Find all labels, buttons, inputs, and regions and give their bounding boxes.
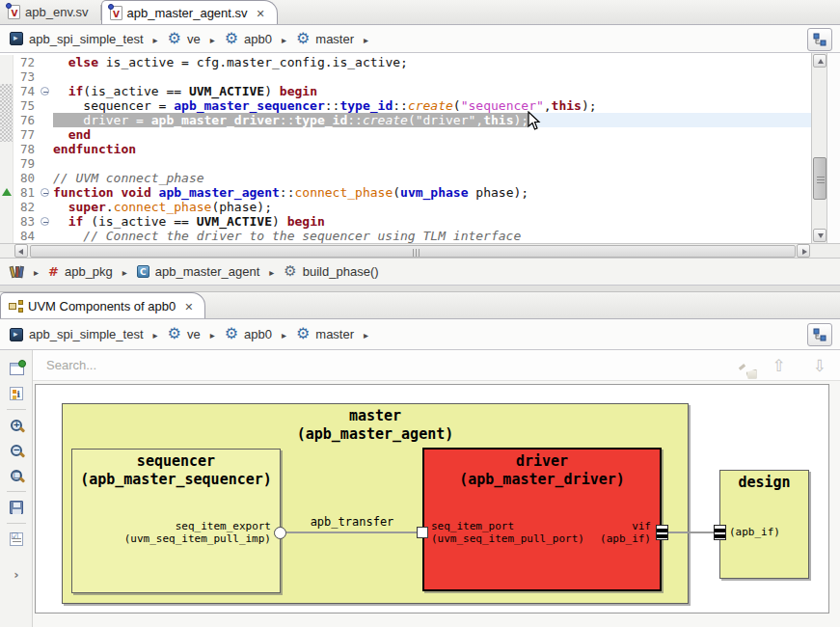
close-icon[interactable] xyxy=(257,6,265,20)
breadcrumb-item-library[interactable] xyxy=(6,263,28,281)
find-next-button[interactable] xyxy=(813,356,826,375)
collapse-icon[interactable] xyxy=(41,217,49,226)
breadcrumb-item-test[interactable]: apb_spi_simple_test xyxy=(6,325,148,343)
scroll-up-button[interactable] xyxy=(813,54,826,68)
zoom-out-button[interactable]: − xyxy=(0,438,33,463)
master-title: master(apb_master_agent) xyxy=(63,404,688,444)
code-text: if(is_active == UVM_ACTIVE) begin xyxy=(53,84,811,98)
breadcrumb-item-function[interactable]: build_phase() xyxy=(280,262,382,281)
marker-bar-cell xyxy=(0,229,14,243)
scrollbar-thumb[interactable] xyxy=(30,245,796,258)
diagram-canvas[interactable]: master(apb_master_agent) sequencer(apb_m… xyxy=(35,384,829,613)
diagram-area: master(apb_master_agent) sequencer(apb_m… xyxy=(33,381,840,627)
find-previous-button[interactable] xyxy=(772,356,786,375)
code-line[interactable]: 79 xyxy=(0,156,811,171)
code-line[interactable]: 75 sequencer = apb_master_sequencer::typ… xyxy=(0,98,811,113)
collapse-icon[interactable] xyxy=(41,188,49,197)
search-input[interactable] xyxy=(33,358,732,372)
toolbar-separator xyxy=(7,491,26,492)
marker-bar-cell xyxy=(0,69,14,84)
show-hierarchy-button[interactable] xyxy=(807,28,832,51)
editor-tabbar: V apb_env.sv V apb_master_agent.sv xyxy=(0,0,840,25)
code-line[interactable]: 76 driver = apb_master_driver::type_id::… xyxy=(0,113,811,127)
breadcrumb-arrow-icon xyxy=(364,327,368,341)
line-number: 73 xyxy=(14,69,39,84)
code-line[interactable]: 84 // Connect the driver to the sequence… xyxy=(0,229,811,243)
fold-column xyxy=(39,69,53,84)
seq-item-port[interactable] xyxy=(417,527,428,538)
code-line[interactable]: 78endfunction xyxy=(0,142,811,156)
show-instance-types-button[interactable]: i xyxy=(0,381,33,406)
fold-column[interactable] xyxy=(39,84,53,98)
code-line[interactable]: 83 if (is_active == UVM_ACTIVE) begin xyxy=(0,214,811,229)
vertical-scrollbar[interactable] xyxy=(811,53,826,243)
fold-column xyxy=(39,127,53,142)
close-icon[interactable] xyxy=(184,299,193,314)
line-number: 82 xyxy=(14,200,39,214)
diagram-options-button[interactable] xyxy=(0,527,33,552)
line-number: 78 xyxy=(14,142,39,156)
fold-column[interactable] xyxy=(39,185,53,200)
breadcrumb-item-class[interactable]: C apb_master_agent xyxy=(133,262,263,281)
scroll-down-button[interactable] xyxy=(813,229,826,242)
line-number: 75 xyxy=(14,98,39,113)
breadcrumb-item-test[interactable]: apb_spi_simple_test xyxy=(6,30,148,48)
code-text: // UVM connect_phase xyxy=(53,171,811,185)
panel-tabbar: UVM Components of apb0 xyxy=(0,292,840,319)
fold-column xyxy=(39,156,53,171)
tab-apb_master_agent[interactable]: V apb_master_agent.sv xyxy=(101,0,278,24)
marker-bar-cell xyxy=(0,127,14,142)
override-marker xyxy=(0,185,14,200)
collapse-icon[interactable] xyxy=(41,87,49,95)
code-text: end xyxy=(53,127,811,142)
breadcrumb-arrow-icon xyxy=(364,32,368,46)
line-number: 79 xyxy=(14,156,39,171)
code-editor[interactable]: 72 else is_active = cfg.master_config.is… xyxy=(0,53,840,243)
scrollbar-thumb[interactable] xyxy=(813,157,826,200)
horizontal-scrollbar[interactable] xyxy=(0,243,840,259)
seq-item-export-port[interactable] xyxy=(274,527,286,539)
design-if-port[interactable] xyxy=(714,525,726,540)
code-line[interactable]: 77 end xyxy=(0,127,811,142)
breadcrumb-item-master[interactable]: master xyxy=(292,30,358,48)
split-sash[interactable] xyxy=(0,286,840,292)
code-line[interactable]: 80// UVM connect_phase xyxy=(0,171,811,185)
component-gear-icon xyxy=(225,327,238,341)
more-actions-button[interactable]: › xyxy=(0,561,33,586)
sv-file-icon: V xyxy=(110,6,122,20)
breadcrumb-item-apb_pkg[interactable]: # apb_pkg xyxy=(44,262,117,281)
breadcrumb-arrow-icon xyxy=(210,32,215,46)
library-icon xyxy=(10,265,24,279)
tab-label: UVM Components of apb0 xyxy=(28,299,176,314)
driver-title: driver(apb_master_driver) xyxy=(424,450,660,489)
link-with-editor-icon xyxy=(10,363,24,375)
save-diagram-button[interactable] xyxy=(0,495,33,520)
show-hierarchy-button[interactable] xyxy=(807,323,832,346)
arrow-right-icon xyxy=(802,249,807,255)
code-line[interactable]: 74 if(is_active == UVM_ACTIVE) begin xyxy=(0,84,811,98)
code-line[interactable]: 73 xyxy=(0,69,811,84)
tab-label: apb_env.sv xyxy=(25,5,89,19)
scroll-left-button[interactable] xyxy=(14,244,28,258)
code-line[interactable]: 82 super.connect_phase(phase); xyxy=(0,200,811,214)
driver-vif-port[interactable] xyxy=(656,525,668,540)
tab-apb_env[interactable]: V apb_env.sv xyxy=(0,0,100,24)
scroll-right-button[interactable] xyxy=(797,244,810,258)
zoom-in-button[interactable]: + xyxy=(0,413,33,438)
breadcrumb-item-master[interactable]: master xyxy=(292,325,358,343)
breadcrumb-item-ve[interactable]: ve xyxy=(164,325,204,343)
code-line[interactable]: 72 else is_active = cfg.master_config.is… xyxy=(0,55,811,69)
breadcrumb-item-apb0[interactable]: apb0 xyxy=(221,30,276,48)
tab-uvm-components[interactable]: UVM Components of apb0 xyxy=(0,292,205,318)
marker-bar-cell xyxy=(0,84,14,98)
test-component-icon xyxy=(10,328,23,341)
link-with-editor-button[interactable] xyxy=(0,356,33,381)
code-line[interactable]: 81function void apb_master_agent::connec… xyxy=(0,185,811,200)
breadcrumb-item-apb0[interactable]: apb0 xyxy=(221,325,276,343)
breadcrumb-arrow-icon xyxy=(282,327,286,341)
design-box[interactable]: design xyxy=(719,470,809,579)
fold-column[interactable] xyxy=(39,214,53,229)
breadcrumb-item-ve[interactable]: ve xyxy=(164,30,204,48)
line-number: 81 xyxy=(14,185,39,200)
zoom-fit-button[interactable]: □ xyxy=(0,463,33,488)
